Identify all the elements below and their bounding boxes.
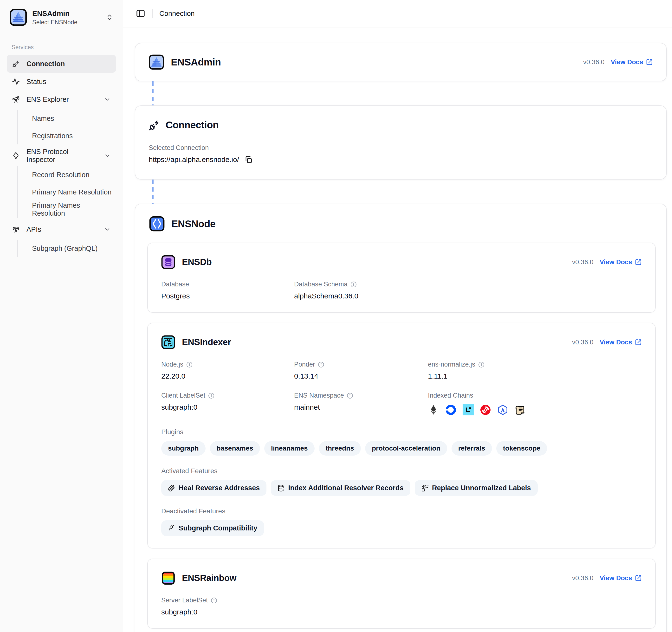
feature-chip-label: Heal Reverse Addresses (178, 484, 260, 492)
sidebar-item-registrations[interactable]: Registrations (28, 127, 116, 144)
sidebar-item-ens-explorer[interactable]: ENS Explorer (7, 91, 116, 108)
feature-chip-subgraph-compatibility: Subgraph Compatibility (161, 520, 264, 536)
ensindexer-logo-icon (161, 335, 175, 349)
field-value: 0.13.14 (294, 372, 428, 380)
services-section-label: Services (11, 44, 116, 51)
field-nodejs: Node.js 22.20.0 (161, 361, 294, 380)
external-link-icon (635, 575, 642, 581)
ensnode-selector[interactable]: ENSAdmin Select ENSNode (7, 7, 116, 28)
ensadmin-card: ENSAdmin v0.36.0 View Docs (135, 43, 667, 81)
view-docs-label: View Docs (600, 339, 632, 346)
sidebar-item-subgraph-graphql[interactable]: Subgraph (GraphQL) (28, 240, 116, 257)
field-label: Ponder (294, 361, 315, 368)
connection-card: Connection Selected Connection https://a… (135, 105, 667, 179)
app-title: ENSAdmin (32, 9, 70, 17)
replace-icon (422, 484, 429, 492)
ensrainbow-view-docs-link[interactable]: View Docs (600, 575, 642, 582)
ensrainbow-version: v0.36.0 (572, 575, 594, 582)
ensnode-logo-icon (149, 216, 165, 232)
ensadmin-logo-icon (9, 9, 27, 26)
apis-children: Subgraph (GraphQL) (17, 240, 116, 257)
info-icon[interactable] (186, 362, 193, 368)
info-icon[interactable] (478, 362, 484, 368)
info-icon[interactable] (347, 392, 353, 399)
telescope-icon (12, 96, 20, 103)
field-label: ENS Namespace (294, 392, 344, 399)
breadcrumb: Connection (159, 9, 195, 18)
field-database: Database Postgres (161, 281, 294, 300)
ensnode-card: ENSNode ENSDb (135, 203, 667, 632)
ensindexer-card-title: ENSIndexer (182, 337, 231, 347)
connection-url: https://api.alpha.ensnode.io/ (149, 155, 239, 164)
ensadmin-logo-icon (149, 54, 164, 70)
view-docs-label: View Docs (600, 575, 632, 582)
base-chain-icon (445, 404, 456, 415)
optimism-chain-icon (480, 404, 491, 415)
chevrons-up-down-icon (106, 14, 113, 21)
chevron-down-icon (104, 96, 111, 103)
sidebar-item-label: Connection (26, 60, 111, 68)
dashed-connector (152, 179, 153, 203)
field-ens-normalize: ens-normalize.js 1.11.1 (428, 361, 642, 380)
topbar-divider (152, 9, 152, 18)
plug-zap-icon (149, 120, 160, 131)
plugin-chip: protocol-acceleration (365, 441, 447, 456)
ensrainbow-card-title: ENSRainbow (182, 573, 236, 583)
field-value: subgraph:0 (161, 608, 294, 616)
eth-diamond-icon (12, 152, 20, 160)
feature-chip-index-additional-resolver-records: Index Additional Resolver Records (271, 480, 410, 496)
sidebar-item-primary-names-resolution[interactable]: Primary Names Resolution (28, 201, 116, 218)
scroll-chain-icon (514, 404, 526, 415)
feature-chip-label: Replace Unnormalized Labels (432, 484, 531, 492)
ensadmin-card-title: ENSAdmin (171, 56, 221, 68)
field-label: Indexed Chains (428, 392, 473, 399)
info-icon[interactable] (318, 362, 324, 368)
sidebar-item-names[interactable]: Names (28, 110, 116, 127)
external-link-icon (646, 59, 653, 66)
copy-icon[interactable] (244, 155, 253, 164)
sidebar-item-record-resolution[interactable]: Record Resolution (28, 166, 116, 184)
field-value: Postgres (161, 292, 294, 300)
sidebar-nav: Connection Status ENS Explorer Names Reg… (7, 55, 116, 260)
sidebar-item-ens-protocol-inspector[interactable]: ENS Protocol Inspector (7, 147, 116, 165)
sidebar-item-status[interactable]: Status (7, 73, 116, 91)
graph-icon (168, 525, 175, 532)
ensrainbow-card: ENSRainbow v0.36.0 View Docs Server Labe… (147, 559, 656, 629)
sidebar-item-label: ENS Explorer (26, 96, 98, 103)
plugins-list: subgraph basenames lineanames threedns p… (161, 441, 642, 456)
sidebar-item-apis[interactable]: APIs (7, 220, 116, 238)
info-icon[interactable] (211, 597, 217, 604)
field-value: 22.20.0 (161, 372, 294, 380)
main-area: Connection ENSAdmin v0.36.0 (123, 0, 672, 632)
database-plus-icon (278, 484, 285, 492)
plugin-chip: referrals (452, 441, 492, 456)
content-scroll[interactable]: ENSAdmin v0.36.0 View Docs Connection (123, 27, 672, 632)
field-server-labelset: Server LabelSet subgraph:0 (161, 597, 294, 616)
field-client-labelset: Client LabelSet subgraph:0 (161, 392, 294, 417)
deactivated-features-list: Subgraph Compatibility (161, 520, 642, 536)
info-icon[interactable] (351, 281, 357, 288)
feature-chip-label: Subgraph Compatibility (178, 524, 257, 532)
ensdb-card: ENSDb v0.36.0 View Docs Database Postgre… (147, 243, 656, 313)
ensadmin-view-docs-link[interactable]: View Docs (610, 58, 653, 66)
feature-chip-replace-unnormalized-labels: Replace Unnormalized Labels (415, 480, 538, 496)
radio-tower-icon (12, 225, 20, 233)
chevron-down-icon (104, 226, 111, 233)
ensdb-card-title: ENSDb (182, 257, 212, 267)
ensindexer-view-docs-link[interactable]: View Docs (600, 339, 642, 346)
external-link-icon (635, 339, 642, 346)
info-icon[interactable] (208, 392, 214, 399)
sidebar-item-connection[interactable]: Connection (7, 55, 116, 73)
field-label: Client LabelSet (161, 392, 205, 399)
field-ens-namespace: ENS Namespace mainnet (294, 392, 428, 417)
deactivated-features-label: Deactivated Features (161, 507, 642, 515)
ens-protocol-inspector-children: Record Resolution Primary Name Resolutio… (17, 166, 116, 218)
field-value: mainnet (294, 403, 428, 411)
paperclip-icon (168, 484, 175, 492)
field-indexed-chains: Indexed Chains (428, 392, 642, 417)
plugin-chip: basenames (210, 441, 260, 456)
sidebar-item-primary-name-resolution[interactable]: Primary Name Resolution (28, 184, 116, 201)
panel-left-icon[interactable] (136, 9, 145, 18)
ensdb-view-docs-link[interactable]: View Docs (600, 259, 642, 266)
field-label: ens-normalize.js (428, 361, 475, 368)
